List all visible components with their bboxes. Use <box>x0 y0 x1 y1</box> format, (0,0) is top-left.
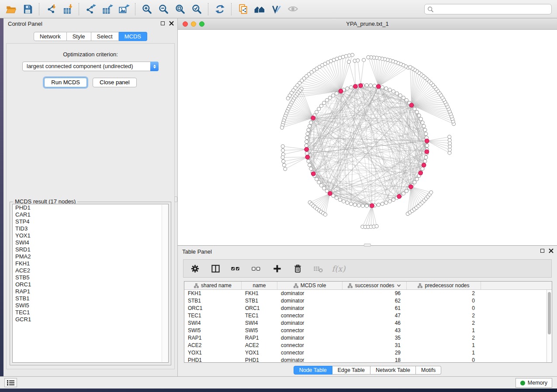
mcds-result-node[interactable]: SWI5 <box>13 302 168 309</box>
column-header-MCDS-role[interactable]: MCDS role <box>277 282 343 289</box>
mcds-list-scrollbar[interactable] <box>162 205 168 362</box>
network-graph[interactable] <box>178 30 557 245</box>
cell-mcds-role[interactable]: connector <box>277 327 343 334</box>
close-panel-button[interactable]: Close panel <box>93 78 137 87</box>
table-row[interactable]: ACE2ACE2connector311 <box>184 342 552 349</box>
dominator-node[interactable] <box>304 147 309 151</box>
combo-spinner-icon[interactable] <box>150 62 159 71</box>
cell-predecessor-nodes[interactable]: 2 <box>407 312 481 320</box>
criterion-select[interactable]: largest connected component (undirected) <box>22 62 159 71</box>
close-table-panel-icon[interactable] <box>549 248 554 253</box>
import-network-button[interactable] <box>42 2 59 17</box>
cell-mcds-role[interactable]: dominator <box>277 334 343 342</box>
cell-successor-nodes[interactable]: 61 <box>343 305 407 312</box>
table-row[interactable]: YOX1YOX1connector291 <box>184 349 552 357</box>
mcds-result-node[interactable]: FKH1 <box>13 260 168 267</box>
cell-name[interactable]: RAP1 <box>242 334 277 342</box>
cell-predecessor-nodes[interactable]: 2 <box>407 320 481 327</box>
export-network-button[interactable] <box>82 2 99 17</box>
cell-successor-nodes[interactable]: 29 <box>343 349 407 357</box>
cell-name[interactable]: ACE2 <box>242 342 277 349</box>
export-table-button[interactable] <box>99 2 115 17</box>
share-document-button[interactable] <box>235 2 251 17</box>
mcds-result-node[interactable]: SRD1 <box>13 246 168 253</box>
cell-successor-nodes[interactable]: 43 <box>343 327 407 334</box>
cell-mcds-role[interactable]: dominator <box>277 297 343 305</box>
mcds-result-list[interactable]: PHD1CAR1STP4TID3YOX1SWI4SRD1PMA2FKH1ACE2… <box>12 204 169 363</box>
tab-edge-table[interactable]: Edge Table <box>332 366 370 375</box>
cell-predecessor-nodes[interactable]: 1 <box>407 342 481 349</box>
mcds-result-node[interactable]: PHD1 <box>13 204 168 211</box>
cell-mcds-role[interactable]: dominator <box>277 290 343 297</box>
dominator-node[interactable] <box>311 116 315 120</box>
dominator-node[interactable] <box>328 191 332 196</box>
mcds-result-node[interactable]: ACE2 <box>13 267 168 274</box>
tab-node-table[interactable]: Node Table <box>294 366 332 375</box>
mcds-result-node[interactable]: YOX1 <box>13 232 168 239</box>
window-close-icon[interactable] <box>183 21 188 27</box>
delete-button[interactable] <box>291 262 304 275</box>
cell-mcds-role[interactable]: connector <box>277 342 343 349</box>
dominator-node[interactable] <box>425 150 429 154</box>
window-maximize-icon[interactable] <box>199 21 204 27</box>
close-panel-icon[interactable] <box>169 21 174 26</box>
cell-predecessor-nodes[interactable]: 0 <box>407 357 481 364</box>
cell-shared-name[interactable]: FKH1 <box>184 290 242 297</box>
cell-shared-name[interactable]: PHD1 <box>184 357 242 364</box>
table-row[interactable]: TEC1TEC1connector472 <box>184 312 552 320</box>
dominator-node[interactable] <box>409 103 414 107</box>
show-columns-button[interactable] <box>209 262 221 275</box>
cell-mcds-role[interactable]: dominator <box>277 357 343 364</box>
float-panel-icon[interactable] <box>161 21 165 25</box>
memory-button[interactable]: Memory <box>515 378 552 388</box>
annotation-button[interactable] <box>268 2 284 17</box>
column-header-successor-nodes[interactable]: successor nodes <box>343 282 407 289</box>
tab-style[interactable]: Style <box>67 32 91 41</box>
zoom-fit-button[interactable] <box>172 2 188 17</box>
cell-mcds-role[interactable]: dominator <box>277 320 343 327</box>
dominator-node[interactable] <box>425 139 429 143</box>
search-box[interactable] <box>424 4 552 14</box>
table-row[interactable]: RAP1RAP1dominator352 <box>184 334 552 342</box>
table-row[interactable]: PHD1PHD1dominator180 <box>184 357 552 364</box>
dominator-node[interactable] <box>311 172 315 176</box>
cell-mcds-role[interactable]: connector <box>277 312 343 320</box>
cell-name[interactable]: YOX1 <box>242 349 277 357</box>
mcds-result-node[interactable]: CAR1 <box>13 211 168 218</box>
dominator-node[interactable] <box>422 163 426 167</box>
float-table-panel-icon[interactable] <box>540 249 544 253</box>
vertical-splitter-grip[interactable] <box>174 196 177 202</box>
mcds-result-node[interactable]: STB5 <box>13 274 168 281</box>
table-row[interactable]: SWI4SWI4dominator462 <box>184 320 552 327</box>
mcds-result-node[interactable]: STB1 <box>13 295 168 302</box>
dominator-node[interactable] <box>409 185 413 189</box>
tab-network[interactable]: Network <box>34 32 67 41</box>
column-header-predecessor-nodes[interactable]: predecessor nodes <box>407 282 481 289</box>
dominator-node[interactable] <box>370 203 374 208</box>
cell-successor-nodes[interactable]: 35 <box>343 334 407 342</box>
cell-name[interactable]: SWI4 <box>242 320 277 327</box>
cell-successor-nodes[interactable]: 96 <box>343 290 407 297</box>
cell-name[interactable]: PHD1 <box>242 357 277 364</box>
mcds-result-node[interactable]: TID3 <box>13 225 168 232</box>
cell-predecessor-nodes[interactable]: 2 <box>407 334 481 342</box>
mcds-result-node[interactable]: TEC1 <box>13 309 168 316</box>
cell-predecessor-nodes[interactable]: 0 <box>407 305 481 312</box>
cell-mcds-role[interactable]: dominator <box>277 305 343 312</box>
task-history-button[interactable] <box>4 378 17 387</box>
cell-successor-nodes[interactable]: 46 <box>343 320 407 327</box>
column-header-name[interactable]: name <box>242 282 277 289</box>
cell-name[interactable]: TEC1 <box>242 312 277 320</box>
network-canvas[interactable] <box>178 30 557 245</box>
search-input[interactable] <box>434 6 549 13</box>
table-scrollbar[interactable] <box>547 290 552 362</box>
cell-name[interactable]: FKH1 <box>242 290 277 297</box>
table-row[interactable]: FKH1FKH1dominator962 <box>184 290 552 297</box>
home-button[interactable] <box>251 2 268 17</box>
zoom-selected-button[interactable] <box>188 2 205 17</box>
table-scrollbar-thumb[interactable] <box>548 292 551 334</box>
table-row[interactable]: SWI5SWI5connector431 <box>184 327 552 334</box>
save-session-button[interactable] <box>19 2 36 17</box>
cell-shared-name[interactable]: ACE2 <box>184 342 242 349</box>
cell-successor-nodes[interactable]: 18 <box>343 357 407 364</box>
